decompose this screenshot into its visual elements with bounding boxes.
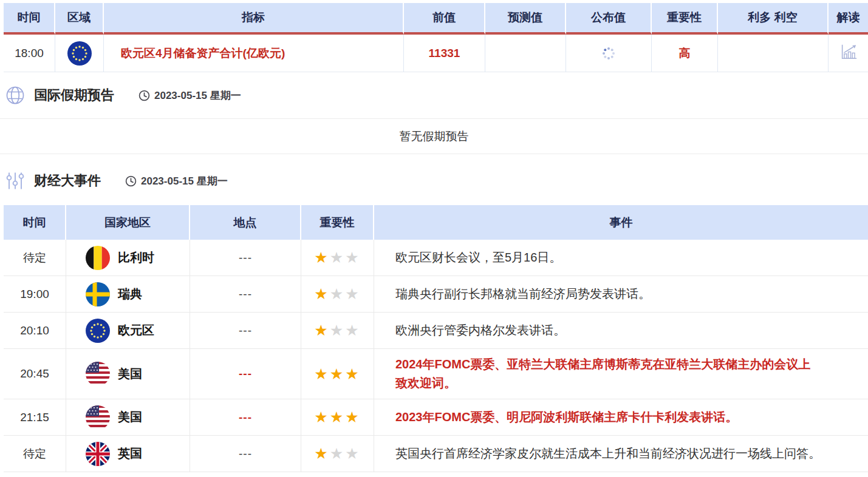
col-event: 事件 bbox=[374, 205, 868, 240]
event-country-cell: 比利时 bbox=[66, 240, 190, 276]
events-section-header: 财经大事件 2023-05-15 星期一 bbox=[5, 170, 868, 192]
event-importance-stars: ★★★ bbox=[301, 240, 374, 276]
event-importance-stars: ★★★ bbox=[301, 399, 374, 436]
event-time: 待定 bbox=[4, 436, 66, 472]
indicator-previous-value: 11331 bbox=[404, 35, 485, 72]
events-section-title: 财经大事件 bbox=[34, 172, 101, 190]
event-location: --- bbox=[190, 436, 301, 472]
event-time: 21:15 bbox=[4, 399, 66, 436]
events-table-header: 时间 国家地区 地点 重要性 事件 bbox=[4, 205, 868, 240]
col-importance: 重要性 bbox=[301, 205, 374, 240]
event-country: 比利时 bbox=[118, 249, 154, 266]
event-time: 19:00 bbox=[4, 276, 66, 313]
indicator-table-header: 时间 区域 指标 前值 预测值 公布值 重要性 利多 利空 解读 bbox=[4, 3, 868, 35]
flag-belgium-icon bbox=[86, 246, 110, 270]
star-icon: ★ bbox=[330, 445, 345, 462]
col-importance: 重要性 bbox=[652, 3, 718, 35]
indicator-forecast-value bbox=[485, 35, 566, 72]
star-icon: ★ bbox=[314, 249, 329, 266]
col-time: 时间 bbox=[4, 3, 55, 35]
holiday-empty-text: 暂无假期预告 bbox=[400, 129, 469, 144]
event-country-cell: 美国 bbox=[66, 349, 190, 399]
flag-us-icon bbox=[86, 405, 110, 430]
indicator-time: 18:00 bbox=[4, 35, 55, 72]
event-location: --- bbox=[190, 313, 301, 349]
loading-spinner-icon bbox=[607, 52, 610, 55]
event-time: 20:10 bbox=[4, 313, 66, 349]
event-country: 欧元区 bbox=[118, 322, 154, 339]
flag-us-icon bbox=[86, 362, 110, 386]
holiday-section-title: 国际假期预告 bbox=[34, 86, 114, 104]
event-importance-stars: ★★★ bbox=[301, 276, 374, 313]
sliders-icon bbox=[5, 171, 26, 191]
event-text: 瑞典央行副行长邦格就当前经济局势发表讲话。 bbox=[374, 276, 868, 313]
event-row[interactable]: 20:45 bbox=[4, 349, 868, 399]
event-text: 2024年FOMC票委、亚特兰大联储主席博斯蒂克在亚特兰大联储主办的会议上致欢迎… bbox=[374, 349, 868, 399]
event-location: --- bbox=[190, 276, 301, 313]
event-text: 欧洲央行管委内格尔发表讲话。 bbox=[374, 313, 868, 349]
holiday-section-date: 2023-05-15 星期一 bbox=[138, 89, 241, 103]
event-row[interactable]: 20:10 欧元区 --- ★★ bbox=[4, 313, 868, 349]
event-location: --- bbox=[190, 399, 301, 436]
flag-eu-icon bbox=[86, 319, 110, 343]
col-bull-bear: 利多 利空 bbox=[718, 3, 829, 35]
star-icon: ★ bbox=[330, 365, 345, 382]
star-icon: ★ bbox=[345, 408, 360, 425]
bar-chart-icon[interactable] bbox=[839, 42, 858, 61]
event-text: 英国央行首席经济学家皮尔就生活成本上升和当前经济状况进行一场线上问答。 bbox=[374, 436, 868, 472]
clock-icon bbox=[138, 90, 150, 101]
event-country: 英国 bbox=[118, 445, 142, 462]
event-time: 20:45 bbox=[4, 349, 66, 399]
globe-icon bbox=[5, 85, 26, 106]
star-icon: ★ bbox=[330, 408, 345, 425]
flag-uk-icon bbox=[86, 442, 110, 466]
col-time: 时间 bbox=[4, 205, 66, 240]
star-icon: ★ bbox=[330, 249, 345, 266]
event-country: 瑞典 bbox=[118, 286, 142, 302]
star-icon: ★ bbox=[314, 285, 329, 302]
star-icon: ★ bbox=[314, 445, 329, 462]
event-country-cell: 欧元区 bbox=[66, 313, 190, 349]
star-icon: ★ bbox=[314, 365, 329, 382]
star-icon: ★ bbox=[314, 408, 329, 425]
event-time: 待定 bbox=[4, 240, 66, 276]
indicator-region-cell bbox=[55, 35, 104, 72]
indicator-bull-bear bbox=[718, 35, 829, 72]
star-icon: ★ bbox=[345, 365, 360, 382]
event-country-cell: 英国 bbox=[66, 436, 190, 472]
flag-eu-icon bbox=[67, 41, 92, 66]
indicator-name[interactable]: 欧元区4月储备资产合计(亿欧元) bbox=[104, 35, 404, 72]
event-importance-stars: ★★★ bbox=[301, 436, 374, 472]
star-icon: ★ bbox=[345, 249, 360, 266]
col-region: 区域 bbox=[55, 3, 104, 35]
event-country-cell: 瑞典 bbox=[66, 276, 190, 313]
star-icon: ★ bbox=[345, 322, 360, 339]
event-row[interactable]: 待定 英国 bbox=[4, 436, 868, 472]
event-row[interactable]: 21:15 bbox=[4, 399, 868, 436]
event-importance-stars: ★★★ bbox=[301, 349, 374, 399]
events-section-date: 2023-05-15 星期一 bbox=[125, 174, 228, 188]
star-icon: ★ bbox=[330, 322, 345, 339]
col-indicator: 指标 bbox=[104, 3, 404, 35]
clock-icon bbox=[125, 175, 137, 187]
event-location: --- bbox=[190, 349, 301, 399]
holiday-empty-row: 暂无假期预告 bbox=[0, 118, 868, 154]
col-location: 地点 bbox=[190, 205, 301, 240]
flag-sweden-icon bbox=[86, 282, 110, 306]
indicator-importance: 高 bbox=[652, 35, 718, 72]
event-country-cell: 美国 bbox=[66, 399, 190, 436]
event-row[interactable]: 待定 比利时 --- ★★★ 欧元区 bbox=[4, 240, 868, 276]
event-text: 欧元区财长会议，至5月16日。 bbox=[374, 240, 868, 276]
event-text: 2023年FOMC票委、明尼阿波利斯联储主席卡什卡利发表讲话。 bbox=[374, 399, 868, 436]
indicator-interpret-cell[interactable] bbox=[829, 35, 868, 72]
col-country: 国家地区 bbox=[66, 205, 190, 240]
holiday-section-header: 国际假期预告 2023-05-15 星期一 bbox=[5, 84, 868, 106]
event-country: 美国 bbox=[118, 366, 142, 382]
indicator-published-cell bbox=[566, 35, 652, 72]
col-previous: 前值 bbox=[404, 3, 485, 35]
event-importance-stars: ★★★ bbox=[301, 313, 374, 349]
star-icon: ★ bbox=[345, 445, 360, 462]
event-row[interactable]: 19:00 瑞典 --- ★★★ 瑞 bbox=[4, 276, 868, 313]
indicator-row[interactable]: 18:00 欧元区4月储备资产合计(亿欧元) 11331 高 bbox=[4, 35, 868, 72]
star-icon: ★ bbox=[314, 322, 329, 339]
